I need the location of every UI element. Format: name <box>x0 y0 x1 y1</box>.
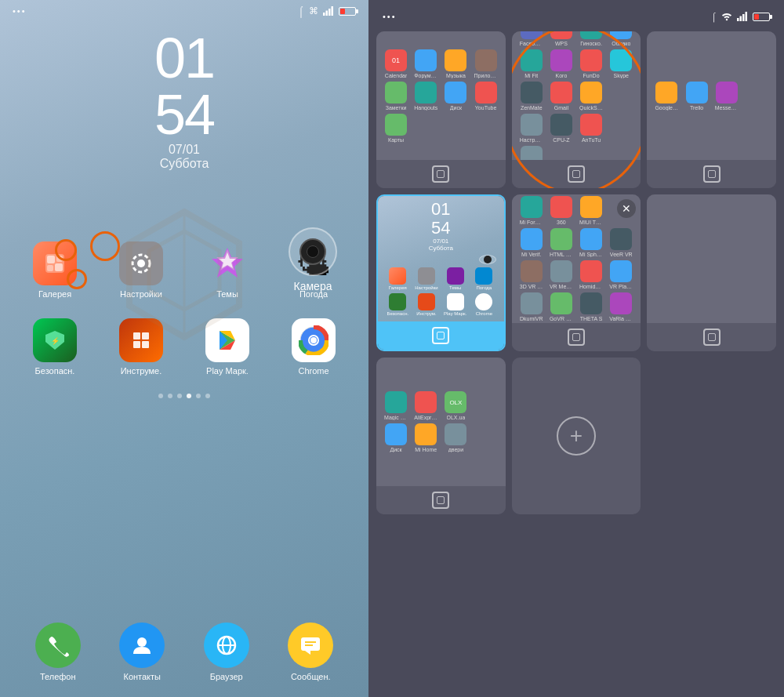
mini-vr-16: VaRla VR <box>608 292 634 321</box>
card3-home-btn[interactable] <box>703 165 720 183</box>
card4-app-tools: Инструм. <box>414 293 440 316</box>
svg-rect-41 <box>742 14 745 21</box>
wifi-icon: ⌘ <box>309 5 318 16</box>
mini-app-youtube: YouTube <box>472 82 499 111</box>
dock-phone[interactable]: Телефон <box>35 623 81 681</box>
svg-rect-39 <box>737 18 739 21</box>
mini-date: 07/01Суббота <box>429 238 453 252</box>
orange-circle-2 <box>55 239 77 261</box>
status-bar-left: ••• ⌠ ⌘ <box>0 0 368 22</box>
mini-empty-1 <box>472 391 499 420</box>
card2-footer <box>512 160 641 188</box>
mini-app-oblako: Облако <box>608 31 634 46</box>
mini-app-skype: Skype <box>608 49 634 78</box>
dot-4[interactable] <box>187 394 191 398</box>
dock-contacts-label: Контакты <box>123 672 161 681</box>
svg-rect-35 <box>301 637 320 651</box>
orange-circle-1 <box>90 231 120 261</box>
dock-browser[interactable]: Браузер <box>204 623 249 681</box>
mini-app-koro: Koro <box>548 49 575 78</box>
camera-wrapper[interactable]: Камера <box>289 227 337 292</box>
mini-vr-1: Mi Ford M. <box>518 196 545 225</box>
card3-footer <box>647 160 776 188</box>
mini-app-pulyali: пуляли <box>518 146 545 161</box>
right-status-dots: ••• <box>383 12 397 21</box>
card4-home-btn[interactable] <box>432 327 449 344</box>
clock-date: 07/01 <box>0 143 368 157</box>
workspace-card-1[interactable]: 01 Calendar Форум M. Музыка Приложе. <box>376 31 506 188</box>
left-panel: ••• ⌠ ⌘ 01 54 07/01 <box>0 0 368 697</box>
mini-clock: 01 54 <box>431 200 450 238</box>
mini-app-nastroyki: Настройки <box>518 114 545 143</box>
card4-bottom-apps: Галерея Настройки Темы Погода Безопасн. <box>382 264 500 319</box>
mini-app-karty: Карты <box>383 114 409 143</box>
phone-svg <box>46 633 70 657</box>
dock-contacts[interactable]: Контакты <box>119 623 165 681</box>
mini-app-ginosko: Гиноско. <box>578 31 604 46</box>
mini-aliexpress: AliExpress <box>412 391 439 420</box>
dock-messages[interactable]: Сообщен. <box>288 623 333 681</box>
workspace-card-5[interactable]: ✕ Mi Ford M. 360 MIUI Thai. <box>512 194 641 351</box>
mini-vr-14: GoVR Play <box>548 292 575 321</box>
camera-icon[interactable] <box>289 227 337 276</box>
browser-svg <box>215 633 238 657</box>
svg-rect-0 <box>323 13 325 16</box>
app-chrome[interactable]: Chrome <box>274 318 353 376</box>
svg-rect-40 <box>740 16 742 22</box>
contacts-icon <box>119 623 165 668</box>
mini-app-antutu: AnTuTu <box>578 114 604 143</box>
messages-icon <box>288 623 333 668</box>
page-dots <box>0 394 368 398</box>
mini-app-zenmate: ZenMate <box>518 82 545 111</box>
add-workspace-card[interactable]: + <box>512 358 641 514</box>
card1-home-btn[interactable] <box>432 165 449 183</box>
workspace-card-2[interactable]: f Facebook WPS Гиноско. Облако Mi <box>512 31 641 188</box>
mini-app-messenger: Messenger <box>713 82 740 111</box>
dot-2[interactable] <box>168 394 172 398</box>
dot-6[interactable] <box>205 394 210 398</box>
card4-app-gallery: Галерея <box>385 267 411 290</box>
dock-messages-label: Сообщен. <box>291 672 331 681</box>
workspace-card-7[interactable]: Magic VR. AliExpress OLX OLX.ua Диск <box>376 358 506 514</box>
svg-rect-3 <box>332 6 334 16</box>
card4-app-chrome: Chrome <box>471 293 497 316</box>
mini-app-calendar: 01 Calendar <box>383 49 409 78</box>
mini-app-hangouts: Hangouts <box>412 82 439 111</box>
svg-rect-42 <box>746 12 748 21</box>
right-panel: ••• ⌠ 01 Calendar <box>368 0 784 697</box>
dot-5[interactable] <box>196 394 201 398</box>
workspace-card-3[interactable]: Google An. Trello Messenger <box>647 31 776 188</box>
app-security-label: Безопасн. <box>35 366 75 376</box>
dock: Телефон Контакты Браузер <box>0 623 368 681</box>
clock-day: Суббота <box>0 157 368 171</box>
card6-home-btn[interactable] <box>703 329 720 346</box>
workspace-card-6[interactable] <box>647 194 776 351</box>
security-icon: ⚡ <box>44 329 66 351</box>
card2-home-btn[interactable] <box>568 165 585 183</box>
mini-vr-15: THETA S <box>578 292 604 321</box>
card7-content: Magic VR. AliExpress OLX OLX.ua Диск <box>376 358 506 486</box>
card6-footer <box>647 323 776 351</box>
mini-app-facebook: f Facebook <box>518 31 545 46</box>
card4-footer <box>378 321 504 350</box>
card5-home-btn[interactable] <box>568 329 585 346</box>
app-security[interactable]: ⚡ Безопасн. <box>16 318 94 376</box>
mini-app-gmail: Gmail <box>548 82 575 111</box>
svg-rect-1 <box>326 11 328 16</box>
card7-home-btn[interactable] <box>432 492 449 509</box>
dot-3[interactable] <box>177 394 182 398</box>
card4-app-themes: Темы <box>442 267 468 290</box>
mini-camera <box>479 255 496 264</box>
mini-vr-9: 3D VR Pl. <box>518 260 545 289</box>
bluetooth-icon: ⌠ <box>298 5 304 17</box>
mini-vr-11: Homido PL <box>578 260 604 289</box>
workspace-card-4[interactable]: 01 54 07/01Суббота Галерея Настройки <box>376 194 506 351</box>
dot-1[interactable] <box>158 394 163 398</box>
mini-app-trello: Trello <box>683 82 710 111</box>
mini-app-mifit: Mi Fit <box>518 49 545 78</box>
phone-icon <box>35 623 81 668</box>
mini-vr-5: Mi Verif. <box>518 228 545 257</box>
mini-app-quickshot: QuickShot <box>578 82 604 111</box>
add-workspace-icon: + <box>557 416 596 456</box>
clock-minutes: 54 <box>0 86 368 143</box>
